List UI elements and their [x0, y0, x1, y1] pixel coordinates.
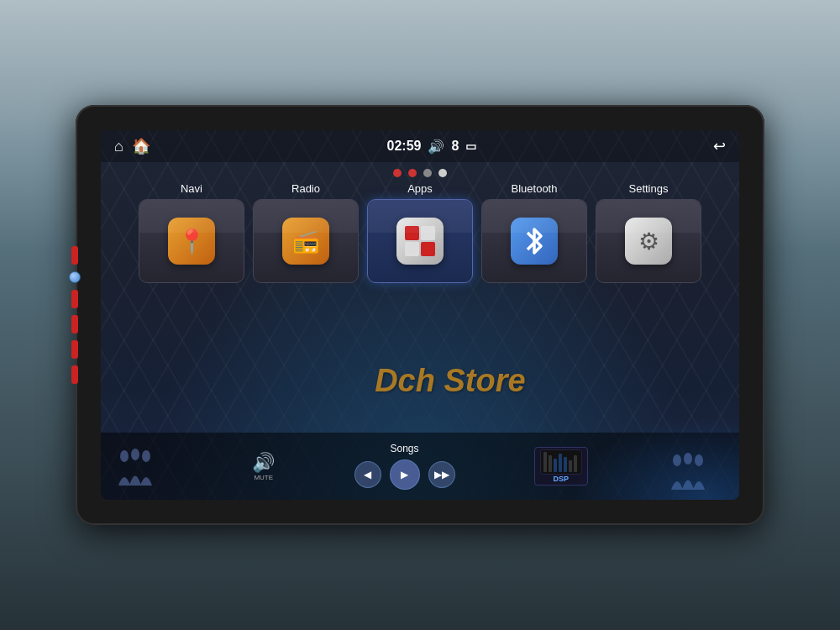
dot-1 — [393, 169, 402, 177]
svg-point-6 — [142, 450, 150, 462]
photo-background: ⌂ 🏠 02:59 🔊 8 ▭ ↩ — [0, 0, 840, 630]
svg-point-15 — [684, 453, 692, 465]
radio-icon: 📻 — [282, 218, 329, 265]
songs-label: Songs — [390, 443, 418, 454]
car-head-unit: ⌂ 🏠 02:59 🔊 8 ▭ ↩ — [76, 105, 764, 525]
svg-rect-1 — [421, 226, 435, 240]
status-center: 02:59 🔊 8 ▭ — [387, 139, 477, 155]
radio-label: Radio — [291, 182, 320, 195]
svg-rect-0 — [405, 226, 419, 240]
silhouette-left — [114, 439, 173, 493]
navi-icon: 📍 — [168, 218, 215, 265]
vol-down-button[interactable] — [71, 365, 78, 384]
dsp-label: DSP — [553, 475, 569, 483]
playback-controls: ◀ ▶ ▶▶ — [354, 459, 455, 490]
svg-rect-13 — [574, 455, 577, 472]
back-icon[interactable]: ↩ — [713, 137, 726, 155]
menu-item-settings[interactable]: Settings ⚙ — [595, 182, 702, 283]
svg-rect-12 — [569, 460, 572, 472]
apps-label: Apps — [407, 182, 433, 195]
time-display: 02:59 — [387, 139, 422, 154]
dot-indicators — [111, 169, 729, 177]
bluetooth-label: Bluetooth — [512, 182, 558, 195]
blue-indicator — [69, 271, 81, 283]
main-content: Navi 📍 Radio 📻 — [101, 162, 739, 433]
next-button[interactable]: ▶▶ — [428, 461, 455, 488]
navi-icon-wrapper: 📍 — [165, 214, 218, 268]
dot-4 — [438, 169, 447, 177]
menu-item-radio[interactable]: Radio 📻 — [252, 182, 360, 283]
svg-rect-10 — [559, 454, 562, 472]
settings-label: Settings — [629, 182, 669, 195]
status-bar: ⌂ 🏠 02:59 🔊 8 ▭ ↩ — [101, 130, 739, 162]
right-silhouettes — [667, 444, 726, 490]
bluetooth-icon-wrapper — [507, 214, 561, 268]
status-right: ↩ — [713, 137, 726, 155]
home-filled-icon[interactable]: 🏠 — [132, 137, 150, 155]
menu-item-apps[interactable]: Apps — [366, 182, 474, 283]
dsp-indicator: DSP — [534, 447, 588, 486]
menu-grid: Navi 📍 Radio 📻 — [111, 182, 729, 283]
left-silhouettes — [114, 439, 173, 493]
apps-icon — [396, 218, 444, 265]
volume-icon: 🔊 — [428, 139, 444, 155]
menu-button[interactable] — [71, 290, 78, 308]
volume-level: 8 — [451, 139, 459, 154]
menu-item-navi[interactable]: Navi 📍 — [138, 182, 245, 283]
apps-card[interactable] — [367, 199, 473, 283]
svg-point-16 — [695, 454, 703, 466]
radio-card[interactable]: 📻 — [253, 199, 359, 283]
navi-label: Navi — [181, 182, 202, 195]
radio-icon-wrapper: 📻 — [279, 214, 333, 268]
dot-2 — [408, 169, 417, 177]
bluetooth-card[interactable] — [481, 199, 587, 283]
back-button[interactable] — [71, 315, 78, 333]
play-button[interactable]: ▶ — [390, 459, 420, 490]
mute-control[interactable]: 🔊 MUTE — [252, 452, 275, 481]
menu-item-bluetooth[interactable]: Bluetooth — [480, 182, 588, 283]
apps-icon-wrapper — [393, 214, 447, 268]
player-controls: Songs ◀ ▶ ▶▶ — [354, 443, 455, 490]
settings-icon-wrapper: ⚙ — [622, 214, 675, 268]
home-outline-icon[interactable]: ⌂ — [114, 138, 123, 155]
svg-rect-3 — [421, 242, 435, 256]
svg-point-4 — [120, 450, 129, 462]
mute-label: MUTE — [254, 474, 273, 481]
screen: ⌂ 🏠 02:59 🔊 8 ▭ ↩ — [101, 130, 739, 500]
dot-3 — [423, 169, 432, 177]
settings-icon: ⚙ — [625, 218, 672, 265]
status-left: ⌂ 🏠 — [114, 137, 150, 155]
vol-up-button[interactable] — [71, 340, 78, 359]
svg-point-14 — [673, 454, 681, 466]
svg-rect-2 — [405, 242, 419, 256]
prev-button[interactable]: ◀ — [354, 461, 381, 488]
svg-rect-11 — [564, 457, 567, 472]
side-buttons — [69, 246, 81, 384]
power-button[interactable] — [71, 246, 78, 265]
svg-rect-9 — [554, 459, 557, 472]
navi-card[interactable]: 📍 — [139, 199, 244, 283]
speaker-icon: 🔊 — [252, 452, 275, 474]
svg-rect-7 — [543, 452, 547, 472]
bottom-bar: 🔊 MUTE Songs ◀ ▶ ▶▶ — [101, 433, 739, 500]
bluetooth-icon — [511, 218, 558, 265]
settings-card[interactable]: ⚙ — [596, 199, 701, 283]
window-icon: ▭ — [465, 139, 476, 153]
svg-rect-8 — [549, 455, 552, 472]
svg-point-5 — [131, 449, 139, 460]
